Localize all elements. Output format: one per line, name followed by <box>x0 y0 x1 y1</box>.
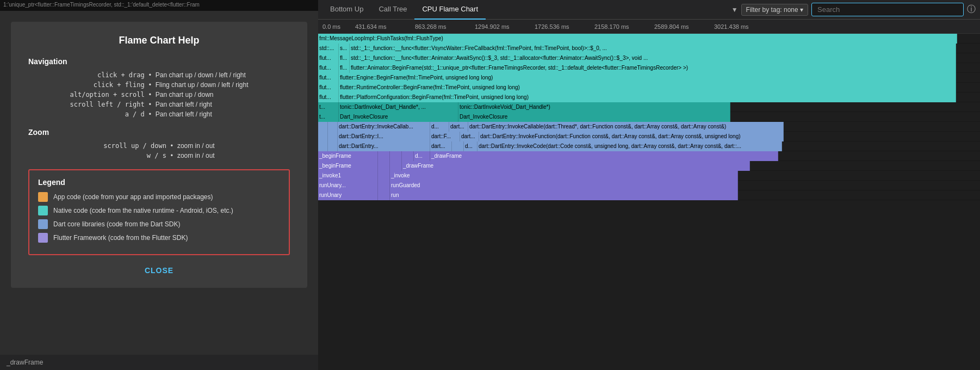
flame-cell-animator-beginframe[interactable]: flutter::Animator::BeginFrame(std::_1::u… <box>350 63 956 73</box>
flame-row-5[interactable]: flut... flutter::RuntimeController::Begi… <box>318 83 980 92</box>
flame-cell-run-unary2[interactable]: runUnary <box>318 190 378 200</box>
flame-cell-s[interactable]: s... <box>339 44 350 53</box>
search-input[interactable] <box>811 3 964 16</box>
flame-cell-d2[interactable] <box>452 141 464 151</box>
flame-cell-flut4[interactable]: flut... <box>318 83 339 92</box>
legend-item-dart: Dart core libraries (code from the Dart … <box>38 219 280 229</box>
flame-row-13[interactable]: _beginFrame _drawFrame <box>318 161 980 171</box>
flame-cell-drawframe1[interactable]: _drawFrame <box>430 151 778 161</box>
flame-cell-dart-invokecode-short[interactable]: dart::DartEntry... <box>338 141 430 151</box>
flame-cell-purp1[interactable] <box>378 151 390 161</box>
close-button[interactable]: CLOSE <box>145 266 173 275</box>
flame-cell-dartf[interactable]: dart::F... <box>430 132 460 141</box>
flame-row-11[interactable]: dart::DartEntry... dart... d... dart::Da… <box>318 141 980 151</box>
flame-cell-dart-small5[interactable] <box>318 141 328 151</box>
flame-cell-dart-invokecode-full[interactable]: dart::DartEntry::InvokeCode(dart::Code c… <box>477 141 782 151</box>
flame-row-14[interactable]: _invoke1 _invoke <box>318 171 980 181</box>
flame-row-15[interactable]: runUnary... runGuarded <box>318 181 980 190</box>
flame-cell-dart-invoke-closure1[interactable]: Dart_InvokeClosure <box>339 112 458 122</box>
flame-row-10[interactable]: dart::DartEntry::I... dart::F... dart...… <box>318 132 980 141</box>
filter-tag-dropdown[interactable]: Filter by tag: none ▾ <box>741 4 808 16</box>
flame-cell-tonic-void[interactable]: tonic::DartInvokeVoid(_Dart_Handle*) <box>458 102 730 112</box>
flame-cell-purp2[interactable] <box>390 151 402 161</box>
flame-cell-dart-small4[interactable] <box>328 132 338 141</box>
flame-cell-flut3[interactable]: flut... <box>318 73 339 83</box>
flame-cell-beginframe1[interactable]: _beginFrame <box>318 151 378 161</box>
flame-cell-engine-beginframe[interactable]: flutter::Engine::BeginFrame(fml::TimePoi… <box>339 73 956 83</box>
flame-cell-flut1[interactable]: flut... <box>318 53 339 63</box>
flame-row-16[interactable]: runUnary run <box>318 190 980 200</box>
flame-row-0[interactable]: fml::MessageLoopImpl::FlushTasks(fml::Fl… <box>318 34 980 44</box>
flame-cell-dart-small1[interactable] <box>318 122 328 132</box>
flame-cell-flut2[interactable]: flut... <box>318 63 339 73</box>
flame-row-4[interactable]: flut... flutter::Engine::BeginFrame(fml:… <box>318 73 980 83</box>
flame-cell-flut5[interactable]: flut... <box>318 92 339 102</box>
flame-cell-std-short1[interactable]: std::... <box>318 44 339 53</box>
timeline-marker-5: 2158.170 ms <box>590 23 650 30</box>
flame-cell-d-purp[interactable]: d... <box>414 151 430 161</box>
close-btn-row[interactable]: CLOSE <box>28 266 290 275</box>
flame-cell-run-unary1[interactable]: runUnary... <box>318 181 378 190</box>
flame-cell-runtime-beginframe[interactable]: flutter::RuntimeController::BeginFrame(f… <box>339 83 956 92</box>
zoom-section-title: Zoom <box>28 128 290 137</box>
flame-cell-animator-await[interactable]: std::_1::_function::__func<flutter::Anim… <box>350 53 956 63</box>
flame-row-9[interactable]: dart::DartEntry::InvokeCallab... d... da… <box>318 122 980 132</box>
flame-row-12[interactable]: _beginFrame d... _drawFrame <box>318 151 980 161</box>
flame-cell-drawframe2[interactable]: _drawFrame <box>402 161 750 171</box>
flame-cell-purp7[interactable] <box>378 181 390 190</box>
flame-chart-area[interactable]: fml::MessageLoopImpl::FlushTasks(fml::Fl… <box>318 34 980 370</box>
timeline-marker-6: 2589.804 ms <box>650 23 710 30</box>
flame-cell-tonic-dartinvoke[interactable]: tonic::DartInvoke(_Dart_Handle*, ... <box>339 102 458 112</box>
timeline-header: 0.0 ms 431.634 ms 863.268 ms 1294.902 ms… <box>318 20 980 34</box>
flame-cell-fl2[interactable]: fl... <box>339 63 350 73</box>
flame-cell-purp3[interactable] <box>402 151 414 161</box>
legend-swatch-flutter <box>38 233 48 243</box>
flame-cell-purp4[interactable] <box>378 161 390 171</box>
flame-row-7[interactable]: t... tonic::DartInvoke(_Dart_Handle*, ..… <box>318 102 980 112</box>
dot-5: • <box>147 110 153 118</box>
flame-cell-d1[interactable]: d... <box>430 122 449 132</box>
tab-bottom-up[interactable]: Bottom Up <box>322 0 371 20</box>
flame-cell-dart3[interactable]: dart... <box>430 141 452 151</box>
bottom-label-text: _drawFrame <box>7 359 43 366</box>
flame-cell-d3[interactable]: d... <box>464 141 477 151</box>
legend-item-native: Native code (code from the native runtim… <box>38 206 280 215</box>
timeline-marker-2: 863.268 ms <box>411 23 470 30</box>
flame-cell-purp5[interactable] <box>390 161 402 171</box>
flame-cell-platform-beginframe[interactable]: flutter::PlatformConfiguration::BeginFra… <box>339 92 956 102</box>
tab-cpu-flame-chart[interactable]: CPU Flame Chart <box>414 0 486 20</box>
flame-cell-t2[interactable]: t... <box>318 112 339 122</box>
tab-call-tree[interactable]: Call Tree <box>371 0 414 20</box>
dot-6: • <box>169 142 175 150</box>
flame-cell-invoke2[interactable]: _invoke <box>390 171 738 181</box>
flame-row-1[interactable]: std::... s... std::_1::_function::__func… <box>318 44 980 53</box>
flame-cell-dart-invokef-full[interactable]: dart::DartEntry::InvokeFunction(dart::Fu… <box>479 132 784 141</box>
flame-row-2[interactable]: flut... fl... std::_1::_function::__func… <box>318 53 980 63</box>
shortcut-desc-7: zoom in / out <box>177 152 290 159</box>
flame-cell-dart-invokef-short[interactable]: dart::DartEntry::I... <box>338 132 430 141</box>
flame-cell-dart-small3[interactable] <box>318 132 328 141</box>
help-icon-button[interactable]: ⓘ <box>967 4 976 15</box>
flame-row-8[interactable]: t... Dart_InvokeClosure Dart_InvokeClosu… <box>318 112 980 122</box>
flame-cell-tonic1[interactable]: t... <box>318 102 339 112</box>
flame-cell-flushtasks[interactable]: fml::MessageLoopImpl::FlushTasks(fml::Fl… <box>318 34 957 44</box>
flame-cell-invoke1[interactable]: _invoke1 <box>318 171 378 181</box>
flame-cell-dart-invoke-callable-short[interactable]: dart::DartEntry::InvokeCallab... <box>338 122 430 132</box>
legend-label-dart: Dart core libraries (code from the Dart … <box>53 220 180 228</box>
flame-cell-run-guarded[interactable]: runGuarded <box>390 181 738 190</box>
flame-cell-dart2[interactable]: dart... <box>460 132 479 141</box>
flame-row-6[interactable]: flut... flutter::PlatformConfiguration::… <box>318 92 980 102</box>
flame-cell-fl1[interactable]: fl... <box>339 53 350 63</box>
flame-cell-std-func1[interactable]: std::_1::_function::__func<flutter::Vsyn… <box>350 44 956 53</box>
flame-cell-dart1[interactable]: dart... <box>449 122 468 132</box>
flame-cell-dart-small6[interactable] <box>328 141 338 151</box>
flame-cell-dart-invoke-callable-full[interactable]: dart::DartEntry::InvokeCallable(dart::Th… <box>468 122 784 132</box>
flame-row-3[interactable]: flut... fl... flutter::Animator::BeginFr… <box>318 63 980 73</box>
flame-cell-beginframe2[interactable]: _beginFrame <box>318 161 378 171</box>
flame-cell-dart-small2[interactable] <box>328 122 338 132</box>
flame-cell-run[interactable]: run <box>390 190 738 200</box>
flame-cell-purp6[interactable] <box>378 171 390 181</box>
flame-cell-purp8[interactable] <box>378 190 390 200</box>
dot-1: • <box>147 71 153 79</box>
flame-cell-dart-invoke-closure2[interactable]: Dart_InvokeClosure <box>458 112 730 122</box>
